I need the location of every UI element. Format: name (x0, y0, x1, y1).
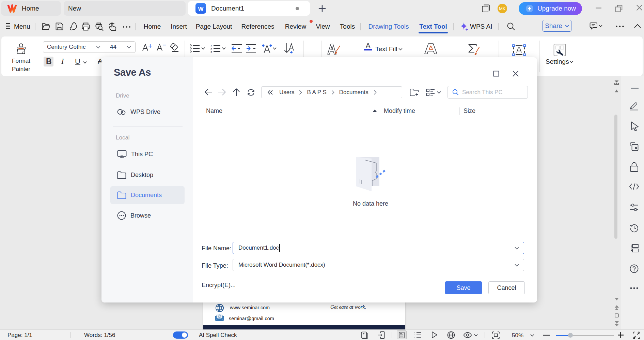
svg-text:1: 1 (210, 44, 212, 47)
svg-text:3: 3 (210, 50, 212, 53)
svg-text:2: 2 (210, 47, 212, 50)
svg-text:@: @ (218, 315, 221, 318)
svg-text:W: W (198, 6, 204, 12)
